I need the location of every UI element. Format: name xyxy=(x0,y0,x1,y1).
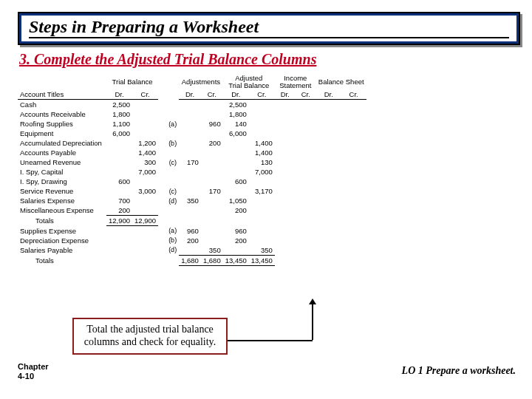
table-row: Roofing Supplies1,100(a)960140 xyxy=(18,119,366,129)
arrow-connector xyxy=(228,340,313,341)
table-row: Depreciation Expense(b)200200 xyxy=(18,236,366,245)
table-row: Accounts Receivable1,8001,800 xyxy=(18,109,366,119)
table-row: Salaries Expense700(d)3501,050 xyxy=(18,196,366,205)
table-row: Accumulated Depreciation1,200(b)2001,400 xyxy=(18,138,366,148)
col-header-income-statement: IncomeStatement xyxy=(275,74,316,89)
callout-box: Total the adjusted trial balance columns… xyxy=(72,318,228,355)
table-row: Equipment6,0006,000 xyxy=(18,129,366,138)
table-row: Accounts Payable1,4001,400 xyxy=(18,148,366,157)
col-header-balance-sheet: Balance Sheet xyxy=(316,74,366,89)
table-row: I. Spy, Drawing600600 xyxy=(18,177,366,186)
slide-title-banner: Steps in Preparing a Worksheet xyxy=(18,12,520,45)
worksheet-table: Trial Balance Adjustments AdjustedTrial … xyxy=(18,74,366,266)
table-row-totals-1: Totals 12,900 12,900 xyxy=(18,216,366,226)
slide-title: Steps in Preparing a Worksheet xyxy=(29,17,509,38)
table-row: Salaries Payable(d)350350 xyxy=(18,245,366,256)
col-header-adjustments: Adjustments xyxy=(179,74,223,89)
col-header-account-titles: Account Titles xyxy=(18,89,106,100)
table-row-totals-2: Totals 1,680 1,680 13,450 13,450 xyxy=(18,255,366,265)
col-header-trial-balance: Trial Balance xyxy=(106,74,158,89)
table-row: Service Revenue3,000(c)1703,170 xyxy=(18,186,366,196)
table-row: I. Spy, Capital7,0007,000 xyxy=(18,167,366,177)
arrow-head-icon xyxy=(309,299,316,304)
step-subtitle: 3. Complete the Adjusted Trial Balance C… xyxy=(19,51,532,68)
table-row: Unearned Revenue300(c)170130 xyxy=(18,157,366,167)
table-row: Cash2,5002,500 xyxy=(18,100,366,110)
table-row: Supplies Expense(a)960960 xyxy=(18,226,366,236)
table-row: Miscellaneous Expense200200 xyxy=(18,205,366,216)
arrow-connector xyxy=(312,303,313,340)
col-header-adjusted-tb: AdjustedTrial Balance xyxy=(223,74,275,89)
chapter-label: Chapter 4-10 xyxy=(18,362,49,381)
learning-objective: LO 1 Prepare a worksheet. xyxy=(402,365,516,377)
